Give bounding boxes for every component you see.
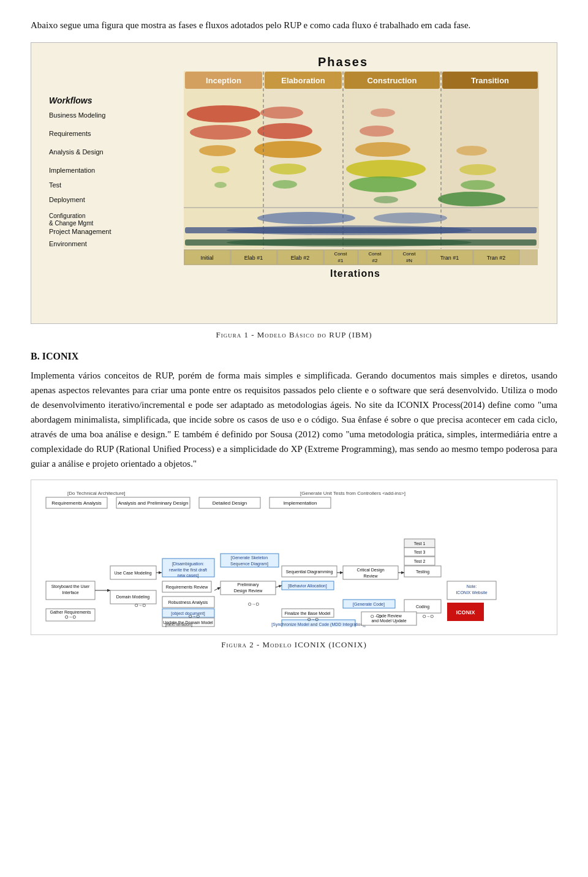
svg-text:new cases]: new cases] xyxy=(177,573,198,578)
svg-text:Test 1: Test 1 xyxy=(414,541,426,546)
svg-text:#1: #1 xyxy=(338,258,344,263)
svg-text:[Disambiguation:: [Disambiguation: xyxy=(172,562,204,566)
svg-point-27 xyxy=(456,146,487,156)
svg-point-39 xyxy=(438,192,505,206)
svg-text:Test: Test xyxy=(49,181,61,189)
svg-text:Inception: Inception xyxy=(206,76,241,85)
svg-text:Critical Design: Critical Design xyxy=(356,568,384,573)
svg-text:O→O: O→O xyxy=(423,614,434,619)
svg-text:Implementation: Implementation xyxy=(284,500,317,506)
svg-text:Design Review: Design Review xyxy=(234,589,263,593)
svg-point-48 xyxy=(374,213,447,224)
figure1-container: Phases Inception Elaboration Constructio… xyxy=(31,42,557,324)
svg-text:Note:: Note: xyxy=(467,584,477,589)
svg-text:Tran #2: Tran #2 xyxy=(487,255,506,261)
svg-point-25 xyxy=(254,141,322,158)
figure2-caption: Figura 2 - Modelo ICONIX (ICONIX) xyxy=(31,640,557,650)
svg-text:Storyboard the User: Storyboard the User xyxy=(51,584,90,589)
intro-text: Abaixo segue uma figura que mostra as fa… xyxy=(31,18,557,32)
svg-text:Implementation: Implementation xyxy=(49,167,95,174)
svg-point-20 xyxy=(190,125,251,140)
svg-text:Analysis and Preliminary Desig: Analysis and Preliminary Design xyxy=(118,500,189,506)
svg-point-40 xyxy=(374,196,398,203)
svg-point-17 xyxy=(260,107,303,119)
figure2-container: [Do Technical Architecture] [Generate Un… xyxy=(31,480,557,635)
svg-text:Preliminary: Preliminary xyxy=(237,582,259,587)
svg-rect-5 xyxy=(441,71,539,249)
svg-text:Iterations: Iterations xyxy=(330,268,380,279)
svg-text:Environment: Environment xyxy=(49,240,87,247)
svg-text:Const: Const xyxy=(334,251,348,257)
svg-point-37 xyxy=(461,180,495,190)
svg-point-21 xyxy=(257,123,312,139)
svg-point-47 xyxy=(257,212,355,224)
svg-text:[next iteration]: [next iteration] xyxy=(165,622,192,627)
svg-point-29 xyxy=(211,166,230,173)
svg-text:Const: Const xyxy=(369,251,382,257)
svg-text:Gather Requirements: Gather Requirements xyxy=(50,610,91,615)
svg-text:[Generate Unit Tests from Cont: [Generate Unit Tests from Controllers <a… xyxy=(300,491,405,496)
svg-point-51 xyxy=(227,225,472,235)
svg-text:Workflows: Workflows xyxy=(49,96,92,105)
svg-text:[Generate Code]: [Generate Code] xyxy=(353,602,385,607)
svg-text:Business Modeling: Business Modeling xyxy=(49,111,105,119)
svg-rect-2 xyxy=(184,71,263,249)
svg-text:[Behavior Allocation]: [Behavior Allocation] xyxy=(288,584,326,589)
body-paragraph: Implementa vários conceitos de RUP, poré… xyxy=(31,368,557,471)
svg-text:Finalize the Base Model: Finalize the Base Model xyxy=(285,611,331,615)
svg-text:Coding: Coding xyxy=(416,604,429,609)
section-b-title: B. ICONIX xyxy=(31,351,557,362)
svg-text:Review: Review xyxy=(364,574,379,578)
svg-point-32 xyxy=(459,164,496,175)
svg-text:#N: #N xyxy=(406,258,412,263)
svg-text:rewrite the first draft: rewrite the first draft xyxy=(169,568,207,572)
svg-point-16 xyxy=(187,105,260,122)
svg-text:[Generate Skeleton: [Generate Skeleton xyxy=(231,555,268,560)
svg-text:Domain Modeling: Domain Modeling xyxy=(116,595,150,600)
svg-text:Project Management: Project Management xyxy=(49,228,111,235)
svg-point-26 xyxy=(355,142,410,157)
svg-text:Test 3: Test 3 xyxy=(414,550,426,554)
svg-text:[Do Technical Architecture]: [Do Technical Architecture] xyxy=(67,491,126,496)
svg-text:Requirements: Requirements xyxy=(49,130,91,137)
figure1-caption: Figura 1 - Modelo Básico do RUP (IBM) xyxy=(31,330,557,340)
svg-text:Elab #2: Elab #2 xyxy=(291,255,310,261)
svg-text:Transition: Transition xyxy=(471,76,509,85)
svg-text:Use Case Modeling: Use Case Modeling xyxy=(114,571,151,576)
svg-point-34 xyxy=(214,182,227,188)
svg-text:Initial: Initial xyxy=(200,255,213,261)
svg-text:ICONIX: ICONIX xyxy=(456,609,475,615)
svg-text:Sequence Diagram]: Sequence Diagram] xyxy=(230,562,268,566)
svg-point-22 xyxy=(360,126,394,137)
svg-text:Configuration: Configuration xyxy=(49,213,85,219)
svg-text:O→O: O→O xyxy=(135,603,146,608)
svg-text:#2: #2 xyxy=(372,258,378,263)
svg-text:Elab #1: Elab #1 xyxy=(244,255,263,261)
svg-point-54 xyxy=(227,238,472,247)
svg-text:Requirements Analysis: Requirements Analysis xyxy=(51,500,101,506)
svg-text:Deployment: Deployment xyxy=(49,196,85,203)
svg-point-18 xyxy=(371,108,395,117)
svg-text:ICONIX Website: ICONIX Website xyxy=(456,590,487,595)
iconix-diagram: [Do Technical Architecture] [Generate Un… xyxy=(31,480,557,634)
svg-text:Testing: Testing xyxy=(416,570,429,574)
svg-text:Phases: Phases xyxy=(318,55,368,69)
rup-chart: Phases Inception Elaboration Constructio… xyxy=(37,51,551,284)
svg-text:Const: Const xyxy=(403,251,417,257)
svg-text:and Model Update: and Model Update xyxy=(371,619,406,623)
svg-text:Robustness Analysis: Robustness Analysis xyxy=(168,600,208,605)
svg-text:Detailed Design: Detailed Design xyxy=(213,500,247,506)
svg-text:O→O: O→O xyxy=(189,614,200,619)
svg-point-36 xyxy=(349,176,417,192)
svg-point-24 xyxy=(199,145,236,156)
svg-text:Elaboration: Elaboration xyxy=(281,76,325,85)
svg-point-30 xyxy=(270,164,306,175)
svg-text:Test 2: Test 2 xyxy=(414,559,426,563)
svg-text:O→O: O→O xyxy=(371,614,382,619)
svg-point-31 xyxy=(346,160,426,178)
svg-point-35 xyxy=(273,180,297,189)
svg-text:Requirements Review: Requirements Review xyxy=(166,585,208,590)
svg-text:[Synchronize Model and Code (M: [Synchronize Model and Code (MDD Integra… xyxy=(271,622,365,627)
svg-text:O→O: O→O xyxy=(248,602,259,606)
svg-text:Sequential Diagramming: Sequential Diagramming xyxy=(286,570,333,574)
